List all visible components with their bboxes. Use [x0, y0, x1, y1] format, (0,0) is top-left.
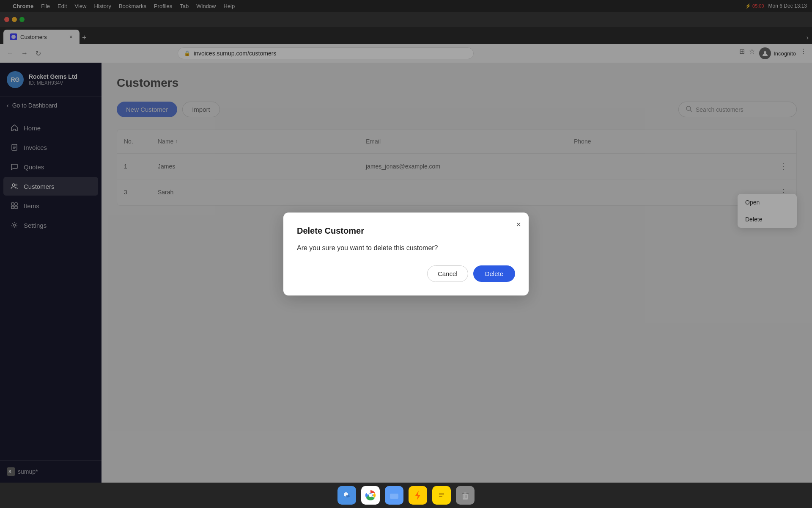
dialog-body: Are you sure you want to delete this cus… [297, 244, 515, 252]
dock-finder[interactable] [337, 486, 356, 505]
dock-energy[interactable] [409, 486, 427, 505]
dock-files[interactable] [385, 486, 403, 505]
modal-overlay: Delete Customer × Are you sure you want … [0, 0, 812, 508]
dialog-title: Delete Customer [297, 226, 515, 236]
dock-trash[interactable] [456, 486, 475, 505]
cancel-button[interactable]: Cancel [427, 265, 468, 282]
svg-point-22 [369, 494, 372, 497]
svg-rect-24 [390, 494, 398, 499]
dock-chrome[interactable] [361, 486, 380, 505]
svg-point-19 [346, 495, 350, 497]
svg-marker-25 [415, 491, 420, 500]
dialog-actions: Cancel Delete [297, 265, 515, 282]
dialog-close-button[interactable]: × [516, 220, 521, 229]
delete-customer-dialog: Delete Customer × Are you sure you want … [283, 213, 529, 295]
svg-rect-32 [464, 492, 466, 494]
delete-button[interactable]: Delete [473, 265, 515, 282]
dock-notes[interactable] [432, 486, 451, 505]
taskbar [0, 483, 812, 508]
svg-rect-26 [438, 491, 445, 500]
